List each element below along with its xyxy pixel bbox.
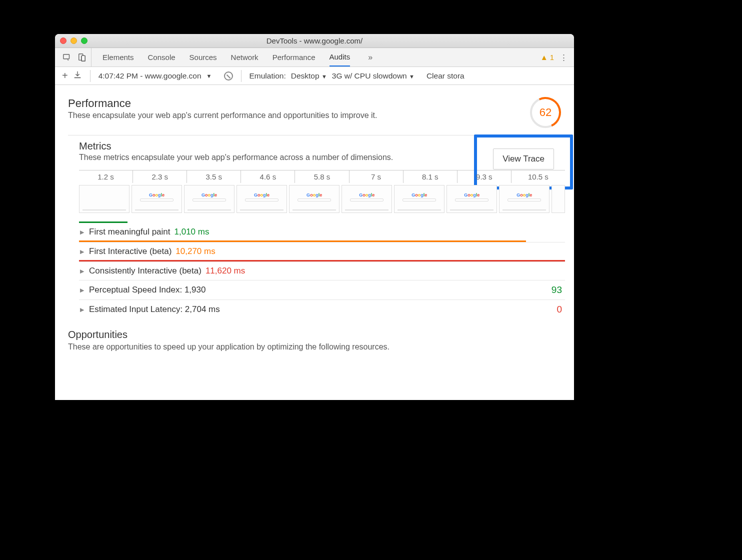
- tab-performance[interactable]: Performance: [272, 48, 316, 66]
- warnings-indicator[interactable]: ▲ 1: [540, 53, 554, 62]
- metric-label: Consistently Interactive (beta): [89, 266, 202, 276]
- tick: 5.8 s: [294, 170, 348, 183]
- tabs-overflow-button[interactable]: »: [364, 53, 376, 62]
- audit-report: Performance These encapsulate your web a…: [55, 85, 574, 400]
- metric-label: First meaningful paint: [89, 227, 170, 237]
- session-label: 4:07:42 PM - www.google.con: [98, 72, 202, 80]
- new-audit-button[interactable]: +: [62, 70, 68, 82]
- metrics-list: ▶ First meaningful paint 1,010 ms ▶ Firs…: [79, 222, 565, 319]
- devtools-window: DevTools - www.google.com/ Elements Cons…: [55, 34, 574, 400]
- metric-label: Perceptual Speed Index: 1,930: [89, 285, 206, 295]
- metric-label: First Interactive (beta): [89, 246, 172, 256]
- opportunities-subtitle: These are opportunities to speed up your…: [68, 342, 565, 352]
- warnings-count: 1: [550, 53, 554, 62]
- view-trace-button[interactable]: View Trace: [493, 148, 554, 170]
- tick: 1.2 s: [79, 170, 132, 183]
- tick: 9.3 s: [457, 170, 511, 183]
- metric-score: 93: [552, 284, 565, 296]
- svg-rect-0: [64, 54, 70, 58]
- tick: 4.6 s: [240, 170, 294, 183]
- expand-icon: ▶: [80, 229, 84, 236]
- window-title: DevTools - www.google.com/: [55, 36, 574, 45]
- performance-score-value: 62: [540, 106, 552, 119]
- audits-toolbar: + 4:07:42 PM - www.google.con▼ Emulation…: [55, 67, 574, 85]
- tick: 2.3 s: [132, 170, 186, 183]
- throttle-selector[interactable]: 3G w/ CPU slowdown ▼: [332, 72, 414, 80]
- tab-console[interactable]: Console: [148, 48, 176, 66]
- metric-row-fmp[interactable]: ▶ First meaningful paint 1,010 ms: [79, 223, 565, 241]
- devtools-tabbar: Elements Console Sources Network Perform…: [55, 48, 574, 67]
- device-toggle-icon[interactable]: [76, 52, 88, 64]
- session-selector[interactable]: 4:07:42 PM - www.google.con▼: [94, 67, 216, 84]
- metric-row-eil[interactable]: ▶ Estimated Input Latency: 2,704 ms 0: [79, 300, 565, 319]
- metric-value: 1,010 ms: [174, 227, 210, 237]
- metric-value: 10,270 ms: [176, 246, 215, 256]
- expand-icon: ▶: [80, 306, 84, 313]
- expand-icon: ▶: [80, 248, 84, 255]
- tick: 3.5 s: [186, 170, 240, 183]
- tick: 10.5 s: [511, 170, 565, 183]
- metric-label: Estimated Input Latency: 2,704 ms: [89, 304, 220, 314]
- filmstrip-frame: Google: [236, 185, 287, 213]
- metric-row-psi[interactable]: ▶ Perceptual Speed Index: 1,930 93: [79, 280, 565, 300]
- expand-icon: ▶: [80, 268, 84, 274]
- performance-score-gauge: 62: [530, 97, 561, 128]
- filmstrip-frame: [79, 185, 130, 213]
- filmstrip-frame: Google: [342, 185, 392, 213]
- tab-elements[interactable]: Elements: [102, 48, 134, 66]
- svg-rect-2: [82, 56, 85, 61]
- clear-icon[interactable]: [224, 72, 233, 80]
- performance-subtitle: These encapsulate your web app's current…: [68, 111, 530, 120]
- metric-value: 11,620 ms: [206, 266, 245, 276]
- panel-tabs: Elements Console Sources Network Perform…: [92, 48, 540, 66]
- expand-icon: ▶: [80, 287, 84, 294]
- tab-sources[interactable]: Sources: [190, 48, 217, 66]
- clear-storage-toggle[interactable]: Clear stora: [426, 72, 464, 80]
- metric-row-consistently-interactive[interactable]: ▶ Consistently Interactive (beta) 11,620…: [79, 262, 565, 280]
- tick: 7 s: [349, 170, 403, 183]
- metrics-subtitle: These metrics encapsulate your web app's…: [79, 153, 475, 162]
- opportunities-heading: Opportunities: [68, 329, 565, 340]
- filmstrip-frame: [552, 185, 565, 213]
- emulation-label: Emulation:: [250, 72, 286, 80]
- tab-network[interactable]: Network: [231, 48, 258, 66]
- opportunities-section: Opportunities These are opportunities to…: [68, 329, 565, 352]
- filmstrip-frame: Google: [499, 185, 550, 213]
- tick: 8.1 s: [403, 170, 457, 183]
- filmstrip-frame: Google: [132, 185, 182, 213]
- timeline-ticks: 1.2 s 2.3 s 3.5 s 4.6 s 5.8 s 7 s 8.1 s …: [79, 170, 565, 183]
- settings-kebab-icon[interactable]: ⋮: [558, 53, 570, 62]
- filmstrip-frame: Google: [184, 185, 234, 213]
- filmstrip-timeline: 1.2 s 2.3 s 3.5 s 4.6 s 5.8 s 7 s 8.1 s …: [79, 170, 565, 213]
- inspect-element-icon[interactable]: [61, 52, 73, 64]
- filmstrip-frame: Google: [446, 185, 497, 213]
- titlebar: DevTools - www.google.com/: [55, 34, 574, 48]
- download-report-button[interactable]: [73, 70, 82, 82]
- tab-audits[interactable]: Audits: [330, 48, 350, 66]
- metric-score: 0: [556, 304, 565, 315]
- performance-heading: Performance: [68, 97, 530, 110]
- filmstrip-frame: Google: [289, 185, 340, 213]
- metric-row-first-interactive[interactable]: ▶ First Interactive (beta) 10,270 ms: [79, 242, 565, 260]
- device-selector[interactable]: Desktop ▼: [291, 72, 327, 80]
- filmstrip-frame: Google: [394, 185, 444, 213]
- metrics-heading: Metrics: [79, 140, 475, 152]
